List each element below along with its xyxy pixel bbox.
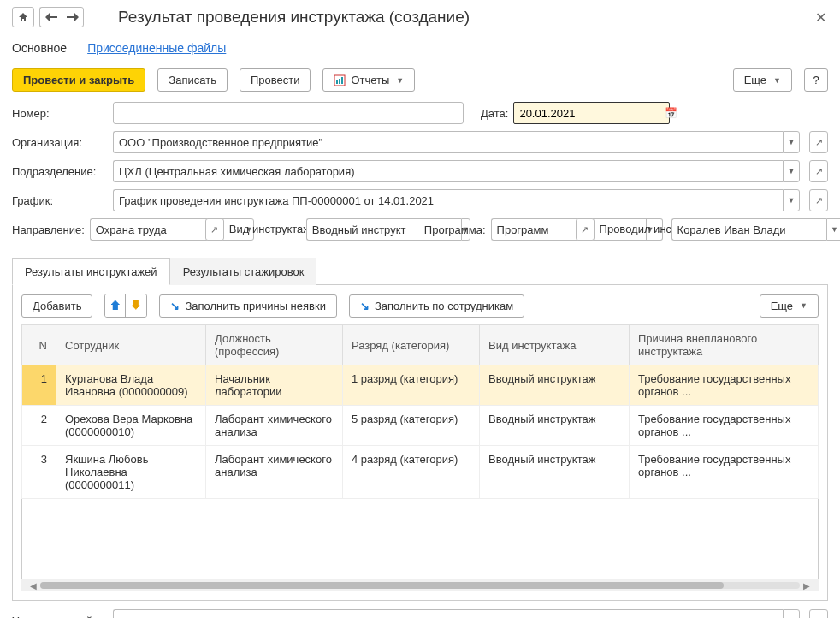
page-title: Результат проведения инструктажа (создан… xyxy=(118,8,470,27)
post-and-close-button[interactable]: Провести и закрыть xyxy=(12,68,145,92)
dropdown-button[interactable]: ▼ xyxy=(783,160,800,182)
organization-input[interactable] xyxy=(113,131,783,153)
home-button[interactable] xyxy=(12,7,34,27)
open-button[interactable]: ↗ xyxy=(205,218,224,241)
reports-button[interactable]: Отчеты ▼ xyxy=(322,68,415,92)
scroll-thumb[interactable] xyxy=(40,582,724,589)
tab-main[interactable]: Основное xyxy=(12,41,67,55)
open-button[interactable]: ↗ xyxy=(809,160,828,182)
close-button[interactable]: ✕ xyxy=(813,9,828,26)
reports-label: Отчеты xyxy=(351,74,389,86)
col-employee[interactable]: Сотрудник xyxy=(56,325,206,365)
cell-employee: Курганова Влада Ивановна (0000000009) xyxy=(56,365,206,406)
department-input[interactable] xyxy=(113,160,783,182)
svg-rect-2 xyxy=(339,79,340,84)
open-button[interactable]: ↗ xyxy=(576,218,595,241)
col-reason[interactable]: Причина внепланового инструктажа xyxy=(630,325,819,365)
table-row[interactable]: 1 Курганова Влада Ивановна (0000000009) … xyxy=(22,365,819,406)
dropdown-icon: ▼ xyxy=(773,76,781,85)
arrow-left-icon xyxy=(45,13,57,21)
cell-reason: Требование государственных органов ... xyxy=(630,406,819,446)
cell-grade: 1 разряд (категория) xyxy=(343,365,480,406)
table-more-button[interactable]: Еще ▼ xyxy=(760,294,819,318)
cell-type: Вводный инструктаж xyxy=(480,365,630,406)
table-header-row: N Сотрудник Должность (профессия) Разряд… xyxy=(22,325,819,365)
help-button[interactable]: ? xyxy=(804,68,828,92)
action-arrow-icon: ↘ xyxy=(360,300,370,312)
action-arrow-icon: ↘ xyxy=(170,300,180,312)
back-button[interactable] xyxy=(39,7,62,27)
more-label: Еще xyxy=(744,74,766,86)
table-more-label: Еще xyxy=(771,300,793,312)
conductor-input[interactable] xyxy=(671,218,826,241)
tab-attached-files[interactable]: Присоединенные файлы xyxy=(87,41,226,55)
cell-grade: 5 разряд (категория) xyxy=(343,406,480,446)
arrow-right-icon xyxy=(67,13,79,21)
cell-n: 3 xyxy=(22,446,56,499)
cell-position: Лаборант химического анализа xyxy=(206,446,343,499)
add-button[interactable]: Добавить xyxy=(21,294,92,318)
cell-employee: Орехова Вера Марковна (0000000010) xyxy=(56,406,206,446)
cell-type: Вводный инструктаж xyxy=(480,406,630,446)
cell-reason: Требование государственных органов ... xyxy=(630,365,819,406)
dropdown-button[interactable]: ▼ xyxy=(783,609,800,618)
report-icon xyxy=(334,74,346,86)
home-icon xyxy=(17,11,29,23)
col-grade[interactable]: Разряд (категория) xyxy=(343,325,480,365)
date-label: Дата: xyxy=(481,107,508,120)
number-label: Номер: xyxy=(12,107,108,120)
dropdown-icon: ▼ xyxy=(396,76,404,85)
open-button[interactable]: ↗ xyxy=(809,189,828,211)
program-label: Программа: xyxy=(424,223,486,236)
dropdown-icon: ▼ xyxy=(800,301,807,310)
cell-position: Начальник лаборатории xyxy=(206,365,343,406)
col-type[interactable]: Вид инструктажа xyxy=(480,325,630,365)
open-button[interactable]: ↗ xyxy=(809,131,828,153)
fill-employees-label: Заполнить по сотрудникам xyxy=(375,300,513,312)
fill-employees-button[interactable]: ↘ Заполнить по сотрудникам xyxy=(349,294,524,318)
write-button[interactable]: Записать xyxy=(157,68,228,92)
dropdown-button[interactable]: ▼ xyxy=(783,189,800,211)
move-up-button[interactable]: 🡅 xyxy=(105,294,126,317)
scroll-left-icon[interactable]: ◀ xyxy=(27,581,40,591)
cell-n: 2 xyxy=(22,406,56,446)
table-row[interactable]: 2 Орехова Вера Марковна (0000000010) Лаб… xyxy=(22,406,819,446)
number-input[interactable] xyxy=(113,102,464,124)
scroll-right-icon[interactable]: ▶ xyxy=(800,581,813,591)
date-input[interactable] xyxy=(518,105,665,122)
subtab-internship-results[interactable]: Результаты стажировок xyxy=(170,258,317,285)
col-n[interactable]: N xyxy=(22,325,56,365)
results-table: N Сотрудник Должность (профессия) Разряд… xyxy=(21,324,819,499)
dropdown-button[interactable]: ▼ xyxy=(783,131,800,153)
svg-rect-1 xyxy=(336,80,338,84)
col-position[interactable]: Должность (профессия) xyxy=(206,325,343,365)
schedule-input[interactable] xyxy=(113,189,783,211)
horizontal-scrollbar[interactable]: ◀ ▶ xyxy=(21,579,819,591)
conductor-label: Проводил инструктаж: xyxy=(600,223,666,236)
calendar-icon[interactable]: 📅 xyxy=(665,107,677,119)
schedule-label: График: xyxy=(12,194,108,207)
fill-reasons-label: Заполнить причины неявки xyxy=(185,300,325,312)
open-button[interactable]: ↗ xyxy=(809,609,828,618)
move-down-button[interactable]: 🡇 xyxy=(126,294,146,317)
post-button[interactable]: Провести xyxy=(240,68,311,92)
cell-reason: Требование государственных органов ... xyxy=(630,446,819,499)
cell-position: Лаборант химического анализа xyxy=(206,406,343,446)
more-button[interactable]: Еще ▼ xyxy=(733,68,792,92)
table-row[interactable]: 3 Якшина Любовь Николаевна (0000000011) … xyxy=(22,446,819,499)
department-label: Подразделение: xyxy=(12,165,108,178)
dropdown-button[interactable]: ▼ xyxy=(826,218,840,241)
fill-reasons-button[interactable]: ↘ Заполнить причины неявки xyxy=(159,294,336,318)
organization-label: Организация: xyxy=(12,136,108,149)
svg-rect-3 xyxy=(341,77,343,84)
approver-label: Утверждающий: xyxy=(12,615,108,619)
subtab-briefing-results[interactable]: Результаты инструктажей xyxy=(12,258,170,285)
date-input-wrapper: 📅 xyxy=(513,102,670,124)
cell-grade: 4 разряд (категория) xyxy=(343,446,480,499)
cell-n: 1 xyxy=(22,365,56,406)
forward-button[interactable] xyxy=(62,7,84,27)
cell-type: Вводный инструктаж xyxy=(480,446,630,499)
approver-input[interactable] xyxy=(113,609,783,618)
direction-label: Направление: xyxy=(12,223,85,236)
scroll-track[interactable] xyxy=(40,582,800,589)
